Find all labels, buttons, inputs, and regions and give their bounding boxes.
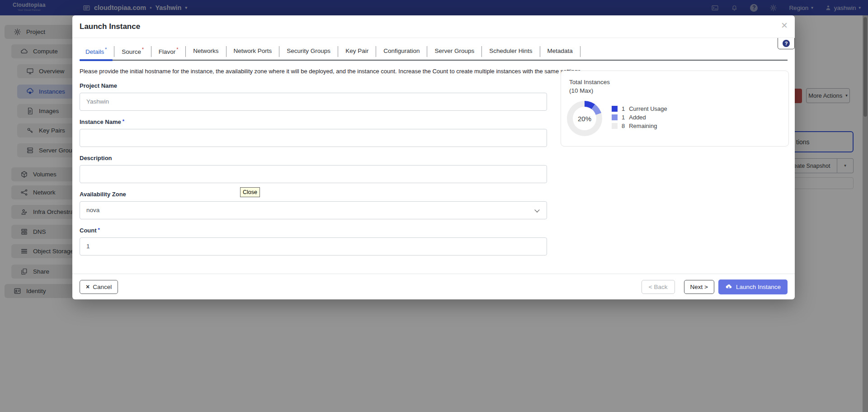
cloud-upload-icon [725,283,732,290]
donut-percent-label: 20% [573,107,596,130]
quota-title-line1: Total Instances [569,78,788,86]
help-button[interactable]: ? [778,38,795,49]
tab-server-groups[interactable]: Server Groups [429,44,480,59]
legend-label: Added [629,114,646,121]
tab-label: Networks [193,47,218,54]
availability-zone-value: nova [86,207,99,213]
tab-details[interactable]: Details* [80,43,113,60]
legend-row-added: 1Added [612,113,667,122]
question-icon: ? [783,40,790,47]
x-icon: × [86,284,90,290]
chevron-down-icon [534,207,539,212]
tab-label: Source [122,48,141,55]
tab-key-pair[interactable]: Key Pair [340,44,374,59]
tab-divider [540,46,540,57]
launch-instance-label: Launch Instance [736,284,781,290]
description-input[interactable] [80,165,547,183]
legend-value: 1 [622,114,625,121]
tab-flavor[interactable]: Flavor* [153,43,184,60]
required-marker: * [176,47,178,52]
donut-ring: 20% [567,101,602,136]
tab-divider [338,46,338,57]
next-button[interactable]: Next > [684,280,714,294]
required-marker: * [105,47,107,52]
modal-footer: × Cancel < Back Next > Launch Instance [72,274,795,299]
tab-divider [580,46,580,57]
tab-divider [376,46,376,57]
required-marker: * [98,227,100,232]
tab-divider [185,46,186,57]
legend-swatch [612,106,618,112]
tab-metadata[interactable]: Metadata [542,44,579,59]
launch-instance-button[interactable]: Launch Instance [718,279,788,294]
instance-name-input[interactable] [80,129,547,147]
legend-row-current-usage: 1Current Usage [612,104,667,113]
legend-row-remaining: 8Remaining [612,122,667,130]
wizard-tabs: Details*Source*Flavor*NetworksNetwork Po… [80,38,788,61]
count-label: Count* [80,227,788,234]
tab-label: Configuration [383,47,420,54]
legend-label: Current Usage [629,105,667,112]
tab-security-groups[interactable]: Security Groups [281,44,336,59]
cancel-label: Cancel [93,284,112,290]
tab-scheduler-hints[interactable]: Scheduler Hints [483,44,538,59]
quota-title: Total Instances (10 Max) [569,78,788,95]
description-field: Description [80,155,788,183]
legend-value: 8 [622,123,625,129]
count-field: Count* [80,227,788,256]
tab-divider [481,46,482,57]
required-marker: * [123,118,124,124]
tab-label: Network Ports [234,47,272,54]
legend-swatch [612,123,618,129]
tab-configuration[interactable]: Configuration [377,44,425,59]
tab-label: Security Groups [287,47,330,54]
modal-title: Launch Instance [80,22,140,31]
close-tooltip: Close [240,187,260,197]
back-label: < Back [649,284,668,290]
tab-networks[interactable]: Networks [187,44,224,59]
launch-instance-modal: Launch Instance × ? Details*Source*Flavo… [72,15,795,299]
availability-zone-field: Availability Zone nova [80,191,788,219]
quota-donut-chart: 20% [567,101,602,136]
project-name-input[interactable] [80,93,547,111]
tab-divider [226,46,226,57]
tab-divider [151,46,151,57]
modal-header: Launch Instance [72,15,795,38]
quota-title-line2: (10 Max) [569,86,788,95]
legend-value: 1 [622,105,625,112]
next-label: Next > [690,284,708,290]
quota-legend: 1Current Usage1Added8Remaining [612,104,667,130]
app-root: Cloudtopiaa Your Cloud Partner cloudtopi… [0,0,868,412]
legend-label: Remaining [629,123,657,129]
tab-divider [427,46,427,57]
close-icon[interactable]: × [781,18,788,32]
tab-network-ports[interactable]: Network Ports [228,44,278,59]
back-button[interactable]: < Back [642,280,675,294]
tab-label: Flavor [159,48,176,55]
tab-divider [279,46,279,57]
count-input[interactable] [80,237,547,256]
tab-label: Metadata [547,47,573,54]
availability-zone-label: Availability Zone [80,191,788,198]
tab-label: Details [85,48,104,55]
cancel-button[interactable]: × Cancel [80,280,118,294]
description-label: Description [80,155,788,161]
legend-swatch [612,114,618,120]
availability-zone-select[interactable]: nova [80,201,547,219]
tab-label: Key Pair [345,47,368,54]
tab-source[interactable]: Source* [116,43,150,60]
tab-divider [114,46,114,57]
tab-label: Server Groups [434,47,474,54]
tab-label: Scheduler Hints [489,47,532,54]
required-marker: * [142,47,144,52]
total-instances-quota-card: Total Instances (10 Max) 20% 1Current Us… [561,71,789,147]
